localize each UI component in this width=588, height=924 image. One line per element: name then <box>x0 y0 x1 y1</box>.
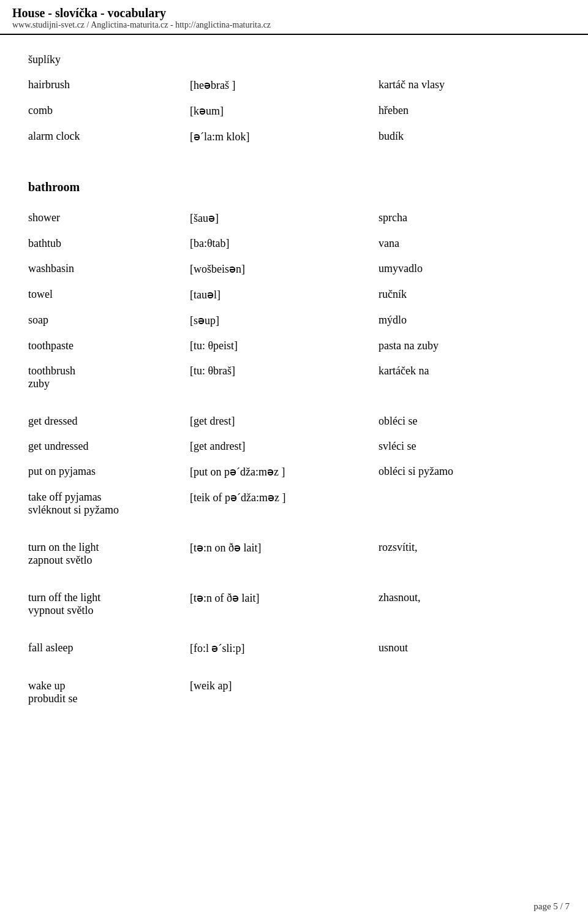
table-row: hairbrush[heəbraš ]kartáč na vlasy <box>24 72 564 98</box>
cell-phonetic: [get drest] <box>186 409 375 434</box>
cell-english: towel <box>24 282 186 308</box>
table-row <box>24 396 564 409</box>
table-row: washbasin[wošbeisən]umyvadlo <box>24 256 564 282</box>
cell-english <box>24 523 186 535</box>
cell-czech <box>375 396 564 409</box>
cell-phonetic: [tu: θpeist] <box>186 333 375 358</box>
cell-english <box>24 661 186 673</box>
cell-english: comb <box>24 98 186 124</box>
cell-phonetic: [weik ap] <box>186 673 375 711</box>
table-row: toothbrushzuby[tu: θbraš]kartáček na <box>24 358 564 396</box>
cell-english <box>24 573 186 585</box>
table-row: towel[tauəl]ručník <box>24 282 564 308</box>
cell-english: turn off the lightvypnout světlo <box>24 585 186 623</box>
cell-czech: usnout <box>375 635 564 661</box>
table-row: fall asleep[fo:l ə´sli:p]usnout <box>24 635 564 661</box>
cell-phonetic: [tu: θbraš] <box>186 358 375 396</box>
cell-czech: vana <box>375 231 564 256</box>
cell-english: put on pyjamas <box>24 459 186 485</box>
cell-english: toothbrushzuby <box>24 358 186 396</box>
content-area: šuplíky hairbrush[heəbraš ]kartáč na vla… <box>0 35 588 748</box>
cell-phonetic: [səup] <box>186 308 375 333</box>
intro-word: šuplíky <box>24 47 564 72</box>
cell-phonetic <box>186 523 375 535</box>
table-row: turn off the lightvypnout světlo[tə:n of… <box>24 585 564 623</box>
cell-phonetic: [kəum] <box>186 98 375 124</box>
cell-english: get dressed <box>24 409 186 434</box>
cell-english <box>24 623 186 635</box>
table-row: bathtub[ba:θtab]vana <box>24 231 564 256</box>
table-row: bathroom <box>24 162 564 205</box>
table-row <box>24 661 564 673</box>
cell-czech <box>375 623 564 635</box>
cell-phonetic <box>186 396 375 409</box>
page-number: page 5 / 7 <box>533 901 570 912</box>
table-row: put on pyjamas[put on pə´dža:məz ]obléci… <box>24 459 564 485</box>
cell-phonetic: [teik of pə´dža:məz ] <box>186 485 375 523</box>
cell-czech: pasta na zuby <box>375 333 564 358</box>
cell-phonetic: [tauəl] <box>186 282 375 308</box>
cell-czech: hřeben <box>375 98 564 124</box>
cell-english: alarm clock <box>24 124 186 150</box>
cell-phonetic: [šauə] <box>186 205 375 231</box>
cell-czech: mýdlo <box>375 308 564 333</box>
cell-phonetic: [fo:l ə´sli:p] <box>186 635 375 661</box>
cell-english: fall asleep <box>24 635 186 661</box>
cell-phonetic <box>186 623 375 635</box>
table-row: get dressed[get drest]obléci se <box>24 409 564 434</box>
cell-czech <box>375 573 564 585</box>
cell-phonetic <box>186 661 375 673</box>
table-row <box>24 573 564 585</box>
cell-english: take off pyjamassvléknout si pyžamo <box>24 485 186 523</box>
cell-english: wake upprobudit se <box>24 673 186 711</box>
cell-czech: kartáč na vlasy <box>375 72 564 98</box>
table-row: soap[səup]mýdlo <box>24 308 564 333</box>
cell-czech: obléci si pyžamo <box>375 459 564 485</box>
cell-english: toothpaste <box>24 333 186 358</box>
cell-phonetic: [put on pə´dža:məz ] <box>186 459 375 485</box>
page-header: House - slovíčka - vocabulary www.studij… <box>0 0 588 35</box>
cell-phonetic: [tə:n on ðə lait] <box>186 535 375 573</box>
section-header: bathroom <box>24 162 564 205</box>
cell-czech: kartáček na <box>375 358 564 396</box>
cell-phonetic: [get andrest] <box>186 434 375 459</box>
table-row: comb[kəum]hřeben <box>24 98 564 124</box>
cell-english: turn on the lightzapnout světlo <box>24 535 186 573</box>
cell-phonetic: [wošbeisən] <box>186 256 375 282</box>
cell-czech <box>375 673 564 711</box>
cell-english <box>24 150 186 162</box>
cell-phonetic: [tə:n of ðə lait] <box>186 585 375 623</box>
table-row: turn on the lightzapnout světlo[tə:n on … <box>24 535 564 573</box>
cell-czech: obléci se <box>375 409 564 434</box>
cell-english: hairbrush <box>24 72 186 98</box>
cell-czech: svléci se <box>375 434 564 459</box>
table-row: take off pyjamassvléknout si pyžamo[teik… <box>24 485 564 523</box>
cell-english: shower <box>24 205 186 231</box>
table-row <box>24 523 564 535</box>
table-row: toothpaste[tu: θpeist]pasta na zuby <box>24 333 564 358</box>
cell-english: get undressed <box>24 434 186 459</box>
header-url: www.studijni-svet.cz / Anglictina-maturi… <box>12 20 576 30</box>
table-row: wake upprobudit se[weik ap] <box>24 673 564 711</box>
cell-phonetic: [heəbraš ] <box>186 72 375 98</box>
table-row: get undressed[get andrest]svléci se <box>24 434 564 459</box>
cell-english <box>24 396 186 409</box>
table-row: alarm clock[ə´la:m klok]budík <box>24 124 564 150</box>
cell-english: washbasin <box>24 256 186 282</box>
cell-czech <box>375 661 564 673</box>
table-row <box>24 623 564 635</box>
cell-czech <box>375 485 564 523</box>
cell-czech: budík <box>375 124 564 150</box>
vocabulary-table: hairbrush[heəbraš ]kartáč na vlasycomb[k… <box>24 72 564 711</box>
cell-english: bathtub <box>24 231 186 256</box>
page-title: House - slovíčka - vocabulary <box>12 6 576 20</box>
cell-czech: ručník <box>375 282 564 308</box>
cell-phonetic: [ba:θtab] <box>186 231 375 256</box>
cell-czech: rozsvítit, <box>375 535 564 573</box>
cell-phonetic <box>186 573 375 585</box>
table-row: shower[šauə]sprcha <box>24 205 564 231</box>
cell-czech <box>375 150 564 162</box>
cell-czech: zhasnout, <box>375 585 564 623</box>
cell-czech <box>375 523 564 535</box>
cell-english: soap <box>24 308 186 333</box>
